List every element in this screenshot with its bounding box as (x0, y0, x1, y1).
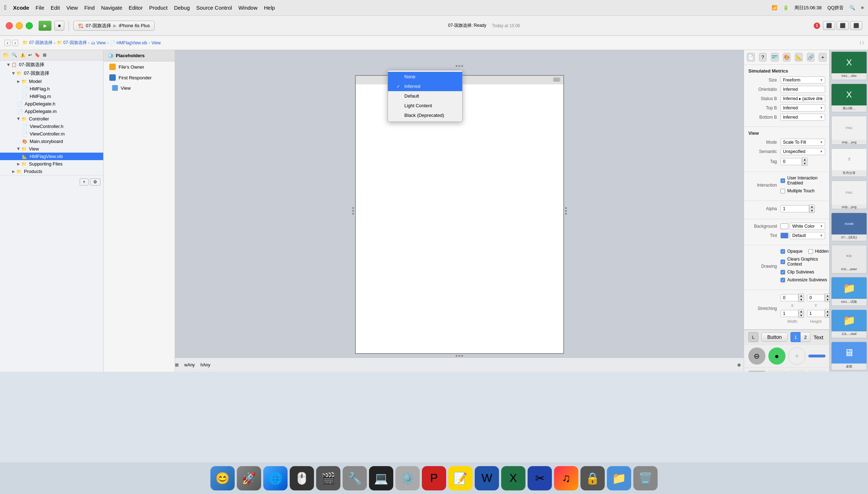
xib-content[interactable] (356, 84, 563, 353)
navigator-toggle[interactable]: ⬛ (823, 21, 835, 30)
main-storyboard[interactable]: 🎨 Main.storyboard (0, 138, 103, 145)
add-file-button[interactable]: + (80, 178, 89, 186)
input-method[interactable]: QQ拼音 (827, 5, 844, 11)
scheme-selector[interactable]: 🏗️ 07-国旗选择 ▶ iPhone 6s Plus (73, 21, 155, 31)
file-inspector-tab[interactable]: 📄 (747, 53, 755, 61)
orientation-dropdown-trigger[interactable]: Inferred (780, 86, 825, 93)
dock-system-prefs[interactable]: ⚙️ (395, 466, 420, 490)
debug-toggle[interactable]: ⬛ (837, 21, 849, 30)
dock-folder2[interactable]: 📁 (607, 466, 631, 490)
menu-navigate[interactable]: Navigate (101, 5, 122, 11)
alpha-decrement[interactable]: ▼ (809, 209, 815, 213)
zoom-icon[interactable]: ⊕ (737, 362, 741, 367)
dock-finder[interactable]: 😊 (210, 466, 235, 490)
h-input[interactable]: 1 (807, 310, 825, 317)
w-decr[interactable]: ▼ (798, 313, 804, 318)
stop-button[interactable]: ■ (54, 21, 64, 31)
breadcrumb-item-1[interactable]: 📁 07-国旗选择 (23, 40, 53, 46)
num2-button[interactable]: 2 (800, 332, 810, 342)
minimize-button[interactable] (16, 22, 23, 29)
dropdown-light-content[interactable]: Light Content (388, 101, 462, 110)
project-root[interactable]: ▶ 📋 07-国旗选择 (0, 60, 103, 69)
menu-edit[interactable]: Edit (51, 5, 60, 11)
dock-excel[interactable]: X (501, 466, 525, 490)
toggle-icon[interactable]: ● (768, 347, 785, 365)
x-input[interactable]: 0 (780, 294, 798, 301)
semantic-select[interactable]: Unspecified (780, 148, 825, 155)
maximize-button[interactable] (26, 22, 33, 29)
dock-music[interactable]: ♫ (554, 466, 578, 490)
size-inspector-tab[interactable]: 📐 (795, 53, 803, 61)
resize-handle-bottom[interactable] (456, 355, 463, 357)
dropdown-black-deprecated[interactable]: Black (Deprecated) (388, 110, 462, 120)
sidebar-action[interactable]: ⚙ (90, 178, 100, 186)
hmflag-h[interactable]: 📄 HMFlag.h (0, 85, 103, 93)
breadcrumb-item-3[interactable]: 🗂 View (91, 40, 106, 45)
h-decr[interactable]: ▼ (825, 313, 829, 318)
git-icon[interactable]: ↩ (28, 53, 32, 58)
slider-icon[interactable]: ⊖ (748, 347, 765, 365)
help-inspector-tab[interactable]: ? (759, 53, 767, 61)
breadcrumb-item-4[interactable]: 📄 HMFlagView.xib (110, 40, 147, 45)
resize-handle-top[interactable] (456, 65, 463, 67)
appdelegate-h[interactable]: 📄 AppDelegate.h (0, 100, 103, 108)
bookmark-icon[interactable]: 🔖 (35, 53, 40, 58)
menu-product[interactable]: Product (149, 5, 168, 11)
status-bar-dropdown[interactable]: None ✓ Inferred Default Light Content Bl… (388, 70, 463, 122)
breadcrumb-item-2[interactable]: 📁 07-国旗选择 (57, 40, 87, 46)
w-input[interactable]: 1 (780, 310, 798, 317)
orientation-select[interactable]: Inferred (780, 86, 825, 93)
menu-help[interactable]: Help (264, 5, 275, 11)
attributes-inspector-tab[interactable]: 🎨 (783, 53, 791, 61)
hmflag-m[interactable]: 📄 HMFlag.m (0, 93, 103, 100)
warning-icon[interactable]: ⚠️ (20, 53, 25, 58)
file-icon[interactable]: 🔍 (12, 53, 17, 58)
products-group[interactable]: ▶ 📁 Products (0, 168, 103, 175)
tint-color-swatch[interactable] (780, 233, 788, 238)
user-interaction-checkbox[interactable] (780, 178, 785, 183)
resize-handle-right[interactable] (565, 207, 567, 215)
tag-input[interactable]: 0 (780, 158, 802, 165)
button-widget[interactable]: Button (761, 332, 788, 342)
grid-widget-icon[interactable]: ⊟ (808, 371, 825, 372)
dock-launchpad[interactable]: 🚀 (237, 466, 261, 490)
status-bar-select[interactable]: Inferred ▸ (active dropdown) (780, 95, 825, 102)
split-icon[interactable]: ⊞ (43, 53, 46, 58)
image-view-icon[interactable]: □ (748, 371, 765, 372)
dock-p-icon[interactable]: P (422, 466, 446, 490)
controller-group[interactable]: ▶ 📁 Controller (0, 115, 103, 123)
dock-safari[interactable]: 🌐 (263, 466, 288, 490)
dropdown-inferred[interactable]: ✓ Inferred (388, 81, 462, 91)
thumb-xlsx-1[interactable]: X ios1....xlsx (831, 51, 867, 80)
menu-debug[interactable]: Debug (174, 5, 190, 11)
resize-handle-left[interactable] (352, 207, 354, 215)
model-group[interactable]: ▶ 📁 Model (0, 78, 103, 85)
activity-icon[interactable]: ✳ (788, 347, 805, 365)
thumb-png-2[interactable]: PNG snip....png (831, 181, 867, 209)
connections-inspector-tab[interactable]: 🔗 (807, 53, 815, 61)
dock-terminal[interactable]: 💻 (369, 466, 393, 490)
menu-icon[interactable]: ≡ (861, 5, 864, 10)
wany-icon[interactable]: ⊞ (175, 362, 179, 367)
opaque-checkbox[interactable] (780, 249, 785, 254)
dock-trash[interactable]: 🗑️ (633, 466, 658, 490)
dock-script[interactable]: ✂ (528, 466, 552, 490)
thumb-xlsx-2[interactable]: X 第13章... (831, 84, 867, 112)
size-select[interactable]: Freeform (780, 76, 825, 84)
menu-source-control[interactable]: Source Control (196, 5, 232, 11)
alpha-input[interactable]: 1 (780, 205, 809, 212)
viewcontroller-m[interactable]: 📄 ViewController.m (0, 130, 103, 138)
dropdown-none[interactable]: None (388, 72, 462, 81)
thumb-png-1[interactable]: PNG snip....png (831, 116, 867, 144)
thumb-text-3[interactable]: KSI KSI....aster (831, 245, 867, 273)
table-widget-icon[interactable]: ⊞ (788, 371, 805, 372)
clears-graphics-checkbox[interactable] (780, 260, 785, 264)
x-decr[interactable]: ▼ (798, 298, 804, 302)
thumb-folder-1[interactable]: 📁 ios1....试验 (831, 277, 867, 306)
back-button[interactable]: ‹ (4, 40, 11, 46)
utilities-toggle[interactable]: ⬛ (850, 21, 862, 30)
thumb-text-1[interactable]: 文 车丹分享 (831, 148, 867, 177)
dock-word[interactable]: W (475, 466, 499, 490)
y-incr[interactable]: ▲ (825, 293, 829, 298)
dock-mouse[interactable]: 🖱️ (290, 466, 314, 490)
